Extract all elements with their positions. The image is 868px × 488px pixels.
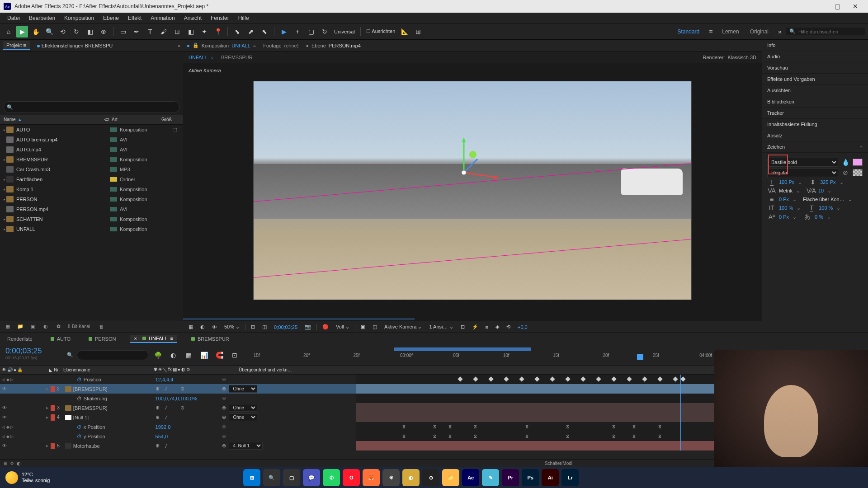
crumb-unfall[interactable]: UNFALL ‹ xyxy=(189,55,213,60)
workspace-original[interactable]: Original xyxy=(745,28,774,35)
local-axis-tool[interactable]: ⬊ xyxy=(231,26,243,38)
panel-menu-icon[interactable]: ≡ xyxy=(860,144,863,150)
panel-overflow[interactable]: » xyxy=(178,43,180,48)
workspace-standard[interactable]: Standard xyxy=(672,28,705,35)
color-tag[interactable] xyxy=(110,197,117,202)
bpc-label[interactable]: 8-Bit-Kanal xyxy=(68,324,90,329)
keyframe-nav[interactable]: ◁ ◆ ▷ xyxy=(2,425,14,429)
tl-draft-icon[interactable]: ⊡ xyxy=(229,349,241,361)
project-search[interactable]: 🔍 xyxy=(4,101,179,113)
tl-shy-icon[interactable]: ◐ xyxy=(167,349,179,361)
keyframe-icon[interactable]: ⧖ xyxy=(566,434,571,438)
taskbar-app-app2[interactable]: ◐ xyxy=(402,469,420,486)
workspace-menu-icon[interactable]: ≡ xyxy=(705,26,717,38)
panel-bibliotheken[interactable]: Bibliotheken xyxy=(762,96,868,108)
res-button[interactable]: ⊞ xyxy=(249,324,257,330)
tab-projekt[interactable]: Projekt ≡ xyxy=(3,41,30,50)
leading-value[interactable]: 325 Px xyxy=(820,179,835,185)
tab-effekteinstellungen[interactable]: Effekteinstellungen BREMSSPU xyxy=(33,42,117,50)
keyframe-icon[interactable]: ⧖ xyxy=(632,434,637,438)
grid-snap-icon[interactable]: ⊞ xyxy=(412,26,424,38)
taskbar-app-explorer[interactable]: 📁 xyxy=(442,469,459,486)
keyframe-nav[interactable]: ◁ ◆ ▷ xyxy=(2,377,14,382)
tl-snap-icon[interactable]: 🧲 xyxy=(213,349,225,361)
tab-auto[interactable]: AUTO xyxy=(47,335,74,343)
region-button[interactable]: ◫ xyxy=(260,324,269,330)
close-button[interactable]: ✕ xyxy=(846,0,864,13)
timeline-search[interactable] xyxy=(77,350,148,360)
project-item[interactable]: ▸BREMSSPURKomposition xyxy=(0,155,183,164)
color-tag[interactable] xyxy=(110,227,117,231)
workspace-overflow[interactable]: » xyxy=(774,26,786,38)
roi-button[interactable]: ▣ xyxy=(359,324,367,330)
fill-swatch[interactable] xyxy=(853,159,863,166)
tl-graph-icon[interactable]: 📊 xyxy=(198,349,210,361)
parent-select[interactable]: Ohne xyxy=(229,413,257,421)
taskbar-app-search[interactable]: 🔍 xyxy=(263,469,280,486)
pickwhip-icon[interactable]: ⊚ xyxy=(222,376,226,382)
eraser-tool[interactable]: ◧ xyxy=(185,26,197,38)
eye-icon[interactable]: 👁 xyxy=(2,415,7,420)
tsume-value[interactable]: 0 % xyxy=(815,214,823,220)
eye-icon[interactable]: 👁 xyxy=(2,443,7,449)
snap-icon[interactable]: 📐 xyxy=(399,26,410,38)
taskbar-app-whatsapp[interactable]: ✆ xyxy=(323,469,340,486)
camera-select[interactable]: Aktive Kamera ⌄ xyxy=(382,324,424,330)
menu-hilfe[interactable]: Hilfe xyxy=(234,13,254,23)
taskbar-app-ae[interactable]: Ae xyxy=(462,469,479,486)
keyframe-icon[interactable]: ⧖ xyxy=(433,424,438,429)
color-tag[interactable] xyxy=(110,167,117,172)
keyframe-icon[interactable] xyxy=(519,376,524,381)
panel-vorschau[interactable]: Vorschau xyxy=(762,62,868,74)
tab-renderliste[interactable]: Renderliste xyxy=(4,335,36,343)
stopwatch-icon[interactable]: ⏱ xyxy=(77,434,82,439)
mask-button[interactable]: ◐ xyxy=(198,324,207,330)
parent-select[interactable]: Ohne xyxy=(229,385,257,393)
color-tag[interactable] xyxy=(110,147,117,152)
camera-tool[interactable]: ◧ xyxy=(84,26,96,38)
hscale-value[interactable]: 100 % xyxy=(819,205,833,211)
taskbar-app-app1[interactable]: ✳ xyxy=(382,469,400,486)
sw-col-7[interactable]: ◐ xyxy=(181,367,185,373)
adjust-icon[interactable]: ◐ xyxy=(41,323,51,331)
eye-icon[interactable]: 👁 xyxy=(2,386,7,392)
stopwatch-icon[interactable]: ⏱ xyxy=(77,424,82,430)
pickwhip-icon[interactable]: ⊚ xyxy=(222,433,226,439)
keyframe-icon[interactable] xyxy=(565,376,570,381)
reset-exposure-button[interactable]: ⟲ xyxy=(505,324,512,330)
project-item[interactable]: ▸AUTO.mp4AVI xyxy=(0,145,183,155)
help-search[interactable]: 🔍 xyxy=(786,28,865,35)
tab-unfall[interactable]: × UNFALL ≡ xyxy=(130,335,177,343)
menu-effekt[interactable]: Effekt xyxy=(123,13,146,23)
puppet-tool[interactable]: 📍 xyxy=(212,26,224,38)
property-value[interactable]: 1992,0 xyxy=(156,424,171,430)
menu-ansicht[interactable]: Ansicht xyxy=(179,13,206,23)
panel-info[interactable]: Info xyxy=(762,40,868,51)
settings-icon[interactable]: ✿ xyxy=(53,323,63,331)
stroke-swatch[interactable] xyxy=(853,169,863,176)
grid-button[interactable]: ▦ xyxy=(187,324,195,330)
resolution-select[interactable]: Voll ⌄ xyxy=(334,324,351,330)
keyframe-icon[interactable]: ⧖ xyxy=(433,434,438,438)
minimize-button[interactable]: — xyxy=(810,0,828,13)
panel-absatz[interactable]: Absatz xyxy=(762,130,868,141)
keyframe-icon[interactable] xyxy=(504,376,509,381)
comp-tab-footage[interactable]: Footage (ohne) xyxy=(263,43,298,48)
tl-tree-icon[interactable]: 🌳 xyxy=(152,349,164,361)
keyframe-icon[interactable] xyxy=(489,376,494,381)
viewport[interactable]: Aktive Kamera xyxy=(183,63,762,317)
comp-tab-komposition[interactable]: ● 🔒 Komposition UNFALL ≡ xyxy=(187,42,256,48)
brainstorm-icon[interactable]: ⚙ xyxy=(10,461,14,466)
sw-col-1[interactable]: ✱ xyxy=(154,367,157,373)
keyframe-icon[interactable]: ⧖ xyxy=(402,434,407,438)
box-icon[interactable]: ▢ xyxy=(305,26,317,38)
collapse-icon[interactable]: ⊕ xyxy=(156,405,160,411)
selection-tool[interactable]: ▶ xyxy=(16,26,28,38)
keyframe-icon[interactable]: ⧖ xyxy=(632,424,637,429)
time-navigator[interactable] xyxy=(183,317,762,321)
panel-tracker[interactable]: Tracker xyxy=(762,108,868,119)
anchor-tool[interactable]: ⊕ xyxy=(98,26,109,38)
menu-datei[interactable]: Datei xyxy=(3,13,24,23)
stroke-width-value[interactable]: 0 Px xyxy=(779,197,789,202)
tab-person[interactable]: PERSON xyxy=(85,335,119,343)
